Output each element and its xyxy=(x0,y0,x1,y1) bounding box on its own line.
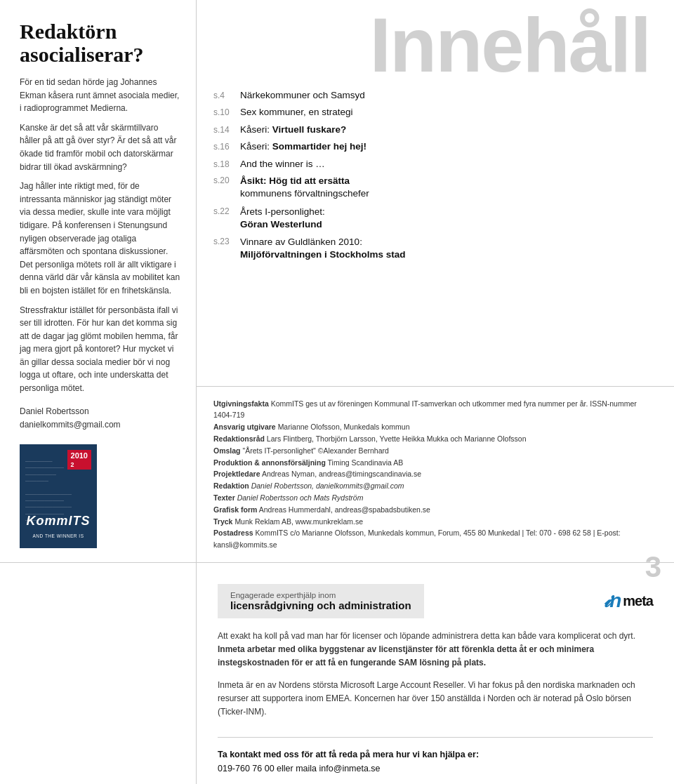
ad-para-2: Inmeta är en av Nordens största Microsof… xyxy=(218,679,653,719)
ad-header-left: Engagerade experthjälp inom licensrådgiv… xyxy=(218,584,593,618)
editorial-signature: Daniel Robertsson danielkommits@gmail.co… xyxy=(20,405,180,432)
magazine-cover: 2010 2 ——————— —————————— ———————— —————… xyxy=(20,444,97,548)
advertisement: Engagerade experthjälp inom licensrådgiv… xyxy=(197,563,674,784)
ad-cta: Ta kontakt med oss för att få reda på me… xyxy=(218,748,653,776)
toc-text-7: Årets I-personlighet: Göran Westerlund xyxy=(240,206,325,231)
toc-page-6: s.20 xyxy=(213,175,240,185)
ad-divider xyxy=(218,737,653,738)
pub-info-row: Utgivningsfakta KommITS ges ut av föreni… xyxy=(197,386,674,562)
toc-item-2: s.10 Sex kommuner, en strategi xyxy=(213,106,657,119)
magazine-cover-area: 2010 2 ——————— —————————— ———————— —————… xyxy=(20,444,180,548)
editorial-para-2: Kanske är det så att vår skärmtillvaro h… xyxy=(20,121,180,173)
toc-text-4: Kåseri: Sommartider hej hej! xyxy=(240,140,366,153)
editorial-body: För en tid sedan hörde jag Johannes Ekma… xyxy=(20,76,180,395)
toc-page-2: s.10 xyxy=(213,107,240,117)
toc-text-2: Sex kommuner, en strategi xyxy=(240,106,353,119)
toc-text-5: And the winner is … xyxy=(240,158,325,171)
toc-page-8: s.23 xyxy=(213,236,240,246)
left-column: Redaktörn asocialiserar? För en tid seda… xyxy=(0,0,197,562)
editorial-para-4: Stressfraktur istället för personbästa i… xyxy=(20,304,180,395)
editorial-para-1: För en tid sedan hörde jag Johannes Ekma… xyxy=(20,76,180,115)
ad-header-label: Engagerade experthjälp inom xyxy=(230,591,411,599)
toc-area: s.4 Närkekommuner och Samsyd s.10 Sex ko… xyxy=(197,82,674,379)
right-column: Innehåll s.4 Närkekommuner och Samsyd s.… xyxy=(197,0,674,562)
ad-body: Att exakt ha koll på vad man har för lic… xyxy=(218,630,653,727)
innehall-title: Innehåll xyxy=(369,8,657,82)
bottom-section: KommITS önskar er en skön sommar! Engage… xyxy=(0,563,674,784)
cover-logo: KommITS xyxy=(25,514,91,529)
page-wrapper: Redaktörn asocialiserar? För en tid seda… xyxy=(0,0,674,784)
top-section: Redaktörn asocialiserar? För en tid seda… xyxy=(0,0,674,563)
signature-name: Daniel Robertsson xyxy=(20,405,180,418)
toc-text-8: Vinnare av Guldlänken 2010: Miljöförvalt… xyxy=(240,236,406,261)
editorial-para-3: Jag håller inte riktigt med, för de intr… xyxy=(20,180,180,297)
ad-header-title: licensrådgivning och administration xyxy=(230,599,411,611)
toc-item-6: s.20 Åsikt: Hög tid att ersätta kommunen… xyxy=(213,175,657,200)
ad-header-right: 𝒾nmeta xyxy=(604,590,653,613)
toc-page-1: s.4 xyxy=(213,91,240,100)
toc-page-7: s.22 xyxy=(213,206,240,216)
toc-page-4: s.16 xyxy=(213,142,240,152)
toc-page-5: s.18 xyxy=(213,159,240,169)
toc-text-3: Kåseri: Virtuell fuskare? xyxy=(240,124,346,136)
inmeta-logo: 𝒾nmeta xyxy=(604,590,653,613)
toc-item-1: s.4 Närkekommuner och Samsyd xyxy=(213,89,657,102)
toc-text-1: Närkekommuner och Samsyd xyxy=(240,89,365,102)
toc-item-4: s.16 Kåseri: Sommartider hej hej! xyxy=(213,140,657,153)
page-number: 3 xyxy=(645,550,661,584)
toc-text-6: Åsikt: Hög tid att ersätta kommunens för… xyxy=(240,175,369,200)
toc-item-7: s.22 Årets I-personlighet: Göran Westerl… xyxy=(213,206,657,231)
toc-item-3: s.14 Kåseri: Virtuell fuskare? xyxy=(213,124,657,136)
innehall-header: Innehåll xyxy=(197,0,674,82)
ad-header: Engagerade experthjälp inom licensrådgiv… xyxy=(218,584,653,618)
editorial-title: Redaktörn asocialiserar? xyxy=(20,20,180,66)
bottom-left: KommITS önskar er en skön sommar! xyxy=(0,563,197,784)
signature-email: danielkommits@gmail.com xyxy=(20,418,180,432)
ad-para-1: Att exakt ha koll på vad man har för lic… xyxy=(218,630,653,670)
cover-winner-text: AND THE WINNER IS xyxy=(32,533,84,538)
pub-info-text: Utgivningsfakta KommITS ges ut av föreni… xyxy=(213,398,657,551)
toc-item-8: s.23 Vinnare av Guldlänken 2010: Miljöfö… xyxy=(213,236,657,261)
ad-header-box: Engagerade experthjälp inom licensrådgiv… xyxy=(218,584,424,618)
toc-item-5: s.18 And the winner is … xyxy=(213,158,657,171)
toc-page-3: s.14 xyxy=(213,125,240,135)
